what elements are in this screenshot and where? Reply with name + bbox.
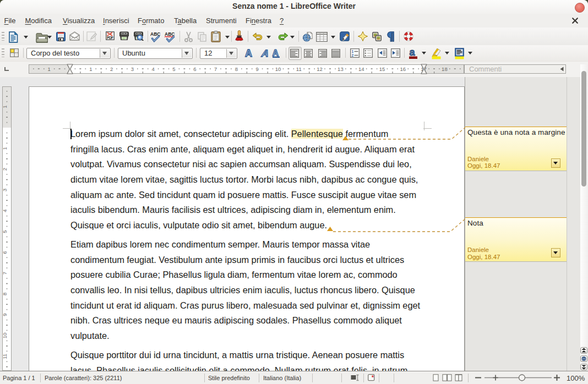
svg-text:11: 11 [296, 66, 302, 72]
svg-text:5: 5 [172, 66, 175, 72]
svg-text:15: 15 [379, 66, 385, 72]
svg-text:8: 8 [235, 66, 238, 72]
svg-text:1: 1 [89, 66, 92, 72]
svg-text:10: 10 [275, 66, 281, 72]
svg-text:14: 14 [358, 66, 364, 72]
svg-text:7: 7 [214, 66, 217, 72]
svg-text:1: 1 [48, 66, 51, 72]
svg-text:2: 2 [110, 66, 113, 72]
svg-text:13: 13 [337, 66, 344, 72]
svg-text:9: 9 [256, 66, 259, 72]
svg-text:18: 18 [442, 66, 448, 72]
svg-text:12: 12 [317, 66, 323, 72]
svg-text:6: 6 [193, 66, 196, 72]
svg-text:3: 3 [131, 66, 134, 72]
svg-text:4: 4 [152, 66, 155, 72]
svg-text:16: 16 [400, 66, 406, 72]
svg-text:*: * [372, 375, 374, 381]
